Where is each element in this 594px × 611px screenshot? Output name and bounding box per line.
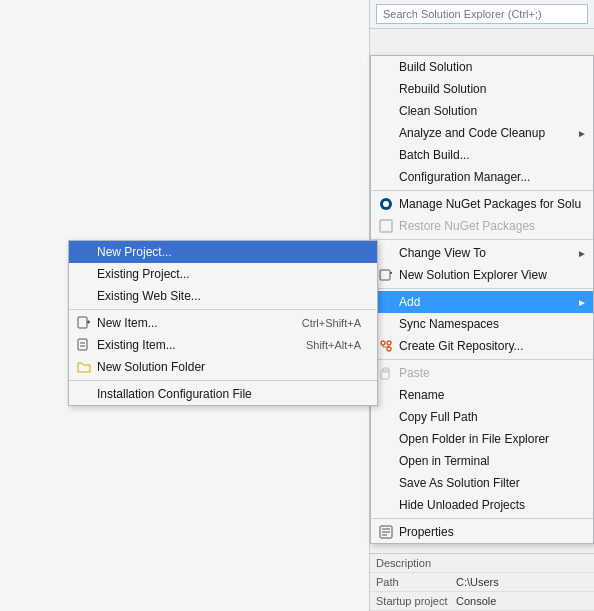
- solution-explorer-header: [370, 0, 594, 29]
- copy-full-path-label: Copy Full Path: [399, 410, 478, 424]
- sub-separator-2: [69, 380, 377, 381]
- menu-item-analyze-cleanup[interactable]: Analyze and Code Cleanup ►: [371, 122, 593, 144]
- separator-4: [371, 359, 593, 360]
- menu-item-batch-build[interactable]: Batch Build...: [371, 144, 593, 166]
- separator-2: [371, 239, 593, 240]
- svg-rect-18: [78, 317, 87, 328]
- config-manager-label: Configuration Manager...: [399, 170, 530, 184]
- bottom-row-startup: Startup project Console: [370, 592, 594, 611]
- svg-rect-2: [380, 220, 392, 232]
- menu-item-restore-nuget[interactable]: Restore NuGet Packages: [371, 215, 593, 237]
- build-solution-label: Build Solution: [399, 60, 472, 74]
- clean-solution-label: Clean Solution: [399, 104, 477, 118]
- rename-label: Rename: [399, 388, 444, 402]
- main-context-menu: Build Solution Rebuild Solution Clean So…: [370, 55, 594, 544]
- menu-item-build-solution[interactable]: Build Solution: [371, 56, 593, 78]
- menu-item-add[interactable]: Add ►: [371, 291, 593, 313]
- add-arrow: ►: [577, 297, 587, 308]
- existing-item-shortcut: Shift+Alt+A: [306, 339, 361, 351]
- restore-nuget-icon: [377, 217, 395, 235]
- installation-config-label: Installation Configuration File: [97, 387, 252, 401]
- sync-namespaces-label: Sync Namespaces: [399, 317, 499, 331]
- sub-menu-item-new-project[interactable]: New Project...: [69, 241, 377, 263]
- sub-menu-item-existing-item[interactable]: Existing Item... Shift+Alt+A: [69, 334, 377, 356]
- rebuild-solution-label: Rebuild Solution: [399, 82, 486, 96]
- menu-item-open-terminal[interactable]: Open in Terminal: [371, 450, 593, 472]
- nuget-icon: [377, 195, 395, 213]
- open-terminal-label: Open in Terminal: [399, 454, 490, 468]
- add-submenu: New Project... Existing Project... Exist…: [68, 240, 378, 406]
- bottom-row-description: Description: [370, 554, 594, 573]
- change-view-label: Change View To: [399, 246, 486, 260]
- menu-item-sync-namespaces[interactable]: Sync Namespaces: [371, 313, 593, 335]
- existing-item-icon: [75, 336, 93, 354]
- path-value: C:\Users: [456, 576, 499, 588]
- existing-website-label: Existing Web Site...: [97, 289, 201, 303]
- sub-menu-item-installation-config[interactable]: Installation Configuration File: [69, 383, 377, 405]
- new-solution-folder-icon: [75, 358, 93, 376]
- bottom-panel: Description Path C:\Users Startup projec…: [370, 553, 594, 611]
- menu-item-create-git[interactable]: Create Git Repository...: [371, 335, 593, 357]
- manage-nuget-label: Manage NuGet Packages for Solu: [399, 197, 581, 211]
- menu-item-rename[interactable]: Rename: [371, 384, 593, 406]
- new-solution-explorer-label: New Solution Explorer View: [399, 268, 547, 282]
- analyze-cleanup-arrow: ►: [577, 128, 587, 139]
- menu-item-open-folder-explorer[interactable]: Open Folder in File Explorer: [371, 428, 593, 450]
- menu-item-hide-unloaded[interactable]: Hide Unloaded Projects: [371, 494, 593, 516]
- change-view-arrow: ►: [577, 248, 587, 259]
- menu-item-clean-solution[interactable]: Clean Solution: [371, 100, 593, 122]
- menu-item-manage-nuget[interactable]: Manage NuGet Packages for Solu: [371, 193, 593, 215]
- add-label: Add: [399, 295, 420, 309]
- sub-menu-item-new-item[interactable]: New Item... Ctrl+Shift+A: [69, 312, 377, 334]
- sub-menu-item-new-solution-folder[interactable]: New Solution Folder: [69, 356, 377, 378]
- menu-item-config-manager[interactable]: Configuration Manager...: [371, 166, 593, 188]
- svg-rect-21: [78, 339, 87, 350]
- separator-1: [371, 190, 593, 191]
- properties-icon: [377, 523, 395, 541]
- hide-unloaded-label: Hide Unloaded Projects: [399, 498, 525, 512]
- svg-point-1: [383, 201, 389, 207]
- svg-point-7: [387, 347, 391, 351]
- separator-5: [371, 518, 593, 519]
- svg-point-6: [381, 341, 385, 345]
- new-item-shortcut: Ctrl+Shift+A: [302, 317, 361, 329]
- create-git-icon: [377, 337, 395, 355]
- open-folder-explorer-label: Open Folder in File Explorer: [399, 432, 549, 446]
- sub-menu-item-existing-website[interactable]: Existing Web Site...: [69, 285, 377, 307]
- bottom-row-path: Path C:\Users: [370, 573, 594, 592]
- restore-nuget-label: Restore NuGet Packages: [399, 219, 535, 233]
- menu-item-properties[interactable]: Properties: [371, 521, 593, 543]
- menu-item-paste[interactable]: Paste: [371, 362, 593, 384]
- description-label: Description: [376, 557, 456, 569]
- existing-project-label: Existing Project...: [97, 267, 190, 281]
- sub-menu-item-existing-project[interactable]: Existing Project...: [69, 263, 377, 285]
- menu-item-copy-full-path[interactable]: Copy Full Path: [371, 406, 593, 428]
- analyze-cleanup-label: Analyze and Code Cleanup: [399, 126, 545, 140]
- svg-point-8: [387, 341, 391, 345]
- startup-value: Console: [456, 595, 496, 607]
- existing-item-label: Existing Item...: [97, 338, 176, 352]
- properties-label: Properties: [399, 525, 454, 539]
- paste-icon: [377, 364, 395, 382]
- menu-item-new-solution-explorer[interactable]: New Solution Explorer View: [371, 264, 593, 286]
- sub-separator-1: [69, 309, 377, 310]
- menu-item-save-filter[interactable]: Save As Solution Filter: [371, 472, 593, 494]
- new-item-label: New Item...: [97, 316, 158, 330]
- separator-3: [371, 288, 593, 289]
- new-project-label: New Project...: [97, 245, 172, 259]
- path-label: Path: [376, 576, 456, 588]
- new-solution-folder-label: New Solution Folder: [97, 360, 205, 374]
- batch-build-label: Batch Build...: [399, 148, 470, 162]
- menu-item-rebuild-solution[interactable]: Rebuild Solution: [371, 78, 593, 100]
- startup-label: Startup project: [376, 595, 456, 607]
- menu-item-change-view[interactable]: Change View To ►: [371, 242, 593, 264]
- new-item-icon: [75, 314, 93, 332]
- svg-rect-12: [381, 370, 389, 379]
- save-filter-label: Save As Solution Filter: [399, 476, 520, 490]
- new-solution-explorer-icon: [377, 266, 395, 284]
- paste-label: Paste: [399, 366, 430, 380]
- svg-rect-3: [380, 270, 390, 280]
- search-input[interactable]: [376, 4, 588, 24]
- create-git-label: Create Git Repository...: [399, 339, 524, 353]
